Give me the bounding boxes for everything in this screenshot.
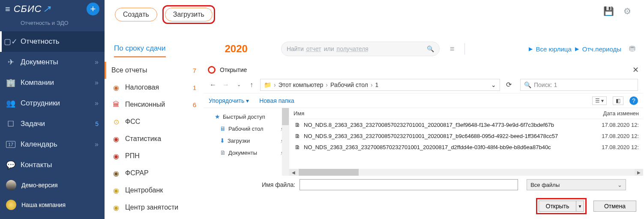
filename-input[interactable] <box>300 179 518 190</box>
chevron-down-icon[interactable]: ⌄ <box>491 81 496 88</box>
caret-icon: ▶ <box>575 46 579 52</box>
organize-button[interactable]: Упорядочить ▾ <box>209 97 249 104</box>
cat-tax[interactable]: ◉ Налоговая 1 <box>105 79 203 96</box>
sidebar-item-companies[interactable]: 🏢 Компании » <box>0 72 105 93</box>
open-split-icon[interactable]: ▼ <box>576 201 584 212</box>
doc-icon: 🗎 <box>220 149 226 156</box>
view-preview-icon[interactable]: ◧ <box>613 96 623 105</box>
col-name[interactable]: Имя <box>294 110 602 117</box>
dialog-search[interactable]: 🔍 Поиск: 1 <box>520 79 638 91</box>
back-icon[interactable]: ← <box>209 81 217 89</box>
cat-stat[interactable]: ◉ Статистика <box>105 130 203 147</box>
filename-label: Имя файла: <box>262 181 295 188</box>
sidebar-user[interactable]: Демо-версия <box>0 175 105 195</box>
sidebar-org[interactable]: Наша компания <box>0 195 105 215</box>
sidebar-item-reports[interactable]: ▢✓ Отчетность <box>0 31 105 52</box>
cat-rpn[interactable]: ◉ РПН <box>105 147 203 165</box>
search-link-receiver[interactable]: получателя <box>337 45 368 52</box>
view-list-icon[interactable]: ☰ ▾ <box>592 96 607 105</box>
cat-count: 7 <box>193 67 196 74</box>
upload-button[interactable]: Загрузить <box>165 8 213 21</box>
chevron-right-icon: » <box>95 99 99 107</box>
tab-by-deadline[interactable]: По сроку сдачи <box>114 41 166 57</box>
gear-icon[interactable]: ⚙ <box>623 6 631 16</box>
sidebar-top: ≡ СБИС↗ + <box>0 0 105 18</box>
breadcrumb[interactable]: 📁 › Этот компьютер › Рабочий стол › 1 ⌄ <box>260 79 500 91</box>
sidebar-item-staff[interactable]: 👥 Сотрудники » <box>0 93 105 114</box>
help-icon[interactable]: ? <box>629 96 638 105</box>
filetype-select[interactable]: Все файлы ⌄ <box>527 179 626 190</box>
folder-tree: ★ Быстрый доступ 🖥 Рабочий стол 📌 ⬇ Загр… <box>204 108 289 176</box>
funnel-icon[interactable]: ⛃ <box>629 44 635 54</box>
cat-job[interactable]: ◉ Центр занятости <box>105 199 203 216</box>
view-tools: ☰ ▾ ◧ ? <box>592 96 638 105</box>
create-button[interactable]: Создать <box>115 8 157 21</box>
menu-icon[interactable]: ≡ <box>5 4 10 14</box>
file-row[interactable]: 🗎 NO_NDS.8_2363_2363_2327008570232701001… <box>289 119 643 130</box>
dialog-toolbar: Упорядочить ▾ Новая папка ☰ ▾ ◧ ? <box>204 93 643 108</box>
cat-mvd[interactable]: ◉ МВД <box>105 216 203 219</box>
top-bar: Создать Загрузить 💾 ⚙ <box>105 0 644 38</box>
sidebar-subtitle: Отчетность и ЭДО <box>0 18 105 31</box>
crumb-item[interactable]: Этот компьютер <box>279 81 323 88</box>
file-name: NO_NDS.9_2363_2363_2327008570232701001_2… <box>304 133 558 139</box>
building-icon: 🏢 <box>6 78 15 87</box>
cancel-button[interactable]: Отмена <box>593 201 636 212</box>
sidebar-item-documents[interactable]: ✈ Документы » <box>0 52 105 72</box>
crumb-sep: › <box>274 81 276 88</box>
sidebar-item-contacts[interactable]: 💬 Контакты <box>0 155 105 175</box>
file-list: Имя Дата изменен 🗎 NO_NDS.8_2363_2363_23… <box>289 108 643 176</box>
col-date[interactable]: Дата изменен <box>603 110 639 117</box>
save-icon[interactable]: 💾 <box>603 6 614 16</box>
close-icon[interactable]: ✕ <box>632 65 639 75</box>
horizontal-scrollbar[interactable]: ◀ ▶ <box>289 169 643 176</box>
sidebar-item-tasks[interactable]: ☐ Задачи 5 <box>0 114 105 134</box>
search-input[interactable]: Найти отчет или получателя 🔍 <box>281 42 440 56</box>
refresh-icon[interactable]: ⟳ <box>506 81 512 89</box>
up-icon[interactable]: ↑ <box>247 81 256 89</box>
scroll-left-icon[interactable]: ◀ <box>289 169 298 176</box>
cat-label: Все отчеты <box>111 66 147 74</box>
sidebar-item-label: Компании <box>21 78 54 87</box>
search-link-report[interactable]: отчет <box>306 45 321 52</box>
tabs-row: По сроку сдачи 2020 Найти отчет или полу… <box>105 39 644 59</box>
filter-periods[interactable]: Отч.периоды <box>582 45 621 53</box>
cat-label: ФСРАР <box>125 169 149 177</box>
job-icon: ◉ <box>111 203 121 212</box>
cat-all[interactable]: Все отчеты 7 <box>105 62 203 79</box>
crumb-item[interactable]: Рабочий стол <box>330 81 368 88</box>
scrollbar-thumb[interactable] <box>282 108 289 125</box>
dialog-buttons: Открыть ▼ Отмена <box>210 198 636 214</box>
search-icon[interactable]: 🔍 <box>427 45 434 52</box>
add-button[interactable]: + <box>87 3 99 15</box>
cat-fsrar[interactable]: ◉ ФСРАР <box>105 165 203 182</box>
year-label[interactable]: 2020 <box>225 43 248 55</box>
cat-fss[interactable]: ⊙ ФСС <box>105 113 203 130</box>
forward-icon: → <box>222 81 230 89</box>
file-row[interactable]: 🗎 NO_NDS.9_2363_2363_2327008570232701001… <box>289 130 643 141</box>
open-button[interactable]: Открыть <box>539 201 576 212</box>
recent-dropdown-icon[interactable]: ⌄ <box>234 82 243 87</box>
tree-documents[interactable]: 🗎 Документы 📌 <box>207 147 285 159</box>
tree-quick-access[interactable]: ★ Быстрый доступ <box>207 111 285 123</box>
dialog-bottom: Имя файла: Все файлы ⌄ Открыть ▼ Отмена <box>204 176 643 219</box>
folder-icon: 📁 <box>264 81 271 88</box>
cat-label: РПН <box>125 152 140 160</box>
search-prefix: Найти <box>287 45 304 52</box>
tree-downloads[interactable]: ⬇ Загрузки 📌 <box>207 135 285 147</box>
tree-label: Быстрый доступ <box>223 114 265 120</box>
cat-cb[interactable]: ◉ Центробанк <box>105 182 203 199</box>
desktop-icon: 🖥 <box>220 125 226 132</box>
new-folder-button[interactable]: Новая папка <box>259 97 294 104</box>
filter-entities[interactable]: Все юрлица <box>536 45 572 53</box>
crumb-item[interactable]: 1 <box>375 81 379 88</box>
sort-icon[interactable]: ≡ <box>450 45 455 54</box>
filename-row: Имя файла: Все файлы ⌄ <box>210 179 636 190</box>
sidebar-item-calendar[interactable]: 17 Календарь » <box>0 134 105 155</box>
stat-icon: ◉ <box>111 134 121 144</box>
file-row[interactable]: 🗎 NO_NDS_2363_2363_2327008570232701001_2… <box>289 141 643 153</box>
scroll-right-icon[interactable]: ▶ <box>635 169 643 176</box>
button-row: Создать Загрузить <box>115 5 637 24</box>
tree-desktop[interactable]: 🖥 Рабочий стол 📌 <box>207 123 285 135</box>
cat-pension[interactable]: 🏛 Пенсионный 6 <box>105 96 203 113</box>
